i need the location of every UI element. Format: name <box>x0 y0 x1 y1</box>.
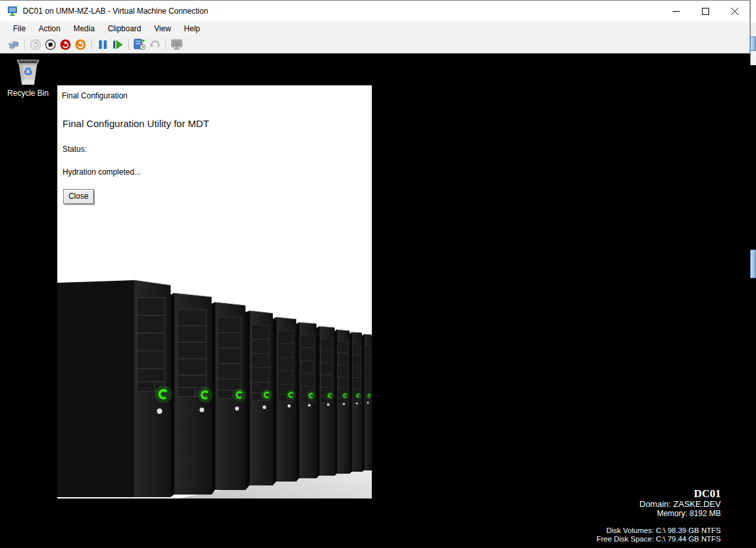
vmconnect-window: DC01 on UMM-MZ-LAB - Virtual Machine Con… <box>0 0 756 548</box>
bginfo-memory: Memory: 8192 MB <box>596 509 721 518</box>
edge-segment <box>750 23 756 36</box>
close-icon <box>731 8 738 15</box>
save-button[interactable] <box>74 38 87 51</box>
shut-down-button[interactable] <box>59 38 72 51</box>
start-button-disabled <box>29 38 42 51</box>
hyperv-vm-icon <box>7 6 18 16</box>
maximize-button[interactable] <box>691 1 720 22</box>
toolbar-separator <box>128 39 129 50</box>
pause-button[interactable] <box>96 38 109 51</box>
recycle-bin-icon: ♻ <box>14 56 42 87</box>
minimize-icon <box>673 8 680 15</box>
revert-icon <box>149 39 160 50</box>
edge-segment <box>750 0 756 23</box>
ctrl-alt-del-icon <box>8 39 20 50</box>
menu-help[interactable]: Help <box>178 22 207 35</box>
bginfo-disk: Disk Volumes: C:\ 98.39 GB NTFS <box>596 526 721 535</box>
menu-file[interactable]: File <box>7 22 32 35</box>
status-label: Status: <box>63 145 87 154</box>
mdt-dialog-and-wallpaper: Final Configuration Final Configuration … <box>57 85 372 498</box>
save-state-icon <box>75 39 86 50</box>
recycle-bin[interactable]: ♻ Recycle Bin <box>5 56 51 98</box>
vm-display[interactable]: ♻ Recycle Bin Final Configuration Final … <box>0 53 750 548</box>
title-bar: DC01 on UMM-MZ-LAB - Virtual Machine Con… <box>0 0 750 22</box>
minimize-button[interactable] <box>662 1 691 22</box>
toolbar <box>0 36 750 53</box>
shutdown-icon <box>60 39 71 50</box>
pause-icon <box>98 40 107 50</box>
resume-button[interactable] <box>111 38 124 51</box>
edge-segment <box>750 51 756 65</box>
resume-icon <box>113 40 123 50</box>
enhanced-session-button <box>170 38 184 51</box>
menu-action[interactable]: Action <box>32 22 66 35</box>
close-button[interactable] <box>720 1 749 22</box>
recycle-bin-label: Recycle Bin <box>5 89 51 98</box>
turn-off-button[interactable] <box>44 38 57 51</box>
bginfo-domain: Domain: ZASKE.DEV <box>596 499 721 509</box>
right-edge-strip <box>750 0 756 548</box>
menu-bar: File Action Media Clipboard View Help <box>0 22 750 36</box>
checkpoint-icon <box>133 38 146 50</box>
power-disabled-icon <box>30 39 41 50</box>
enhanced-session-icon <box>171 39 183 50</box>
dialog-title: Final Configuration <box>62 91 128 100</box>
server-towers-wallpaper <box>57 85 372 498</box>
dialog-heading: Final Configuration Utility for MDT <box>63 118 209 129</box>
toolbar-separator <box>165 39 166 50</box>
stop-icon <box>45 39 56 50</box>
window-title: DC01 on UMM-MZ-LAB - Virtual Machine Con… <box>23 7 208 16</box>
ctrl-alt-del-button[interactable] <box>7 38 20 51</box>
maximize-icon <box>702 8 709 15</box>
checkpoint-button[interactable] <box>133 38 147 51</box>
status-value: Hydration completed... <box>63 167 141 177</box>
scrollbar-thumb[interactable] <box>750 36 756 51</box>
scrollbar-thumb[interactable] <box>750 250 756 278</box>
bginfo-free-disk: Free Disk Space: C:\ 79.44 GB NTFS <box>596 535 721 543</box>
toolbar-separator <box>91 39 92 50</box>
revert-button <box>148 38 161 51</box>
menu-media[interactable]: Media <box>67 22 102 35</box>
dialog-close-button[interactable]: Close <box>63 189 94 204</box>
menu-clipboard[interactable]: Clipboard <box>101 22 147 35</box>
menu-view[interactable]: View <box>148 22 178 35</box>
svg-text:♻: ♻ <box>23 65 33 78</box>
toolbar-separator <box>24 39 25 50</box>
bginfo-hostname: DC01 <box>596 488 721 499</box>
bginfo-overlay: DC01 Domain: ZASKE.DEV Memory: 8192 MB D… <box>596 488 721 543</box>
